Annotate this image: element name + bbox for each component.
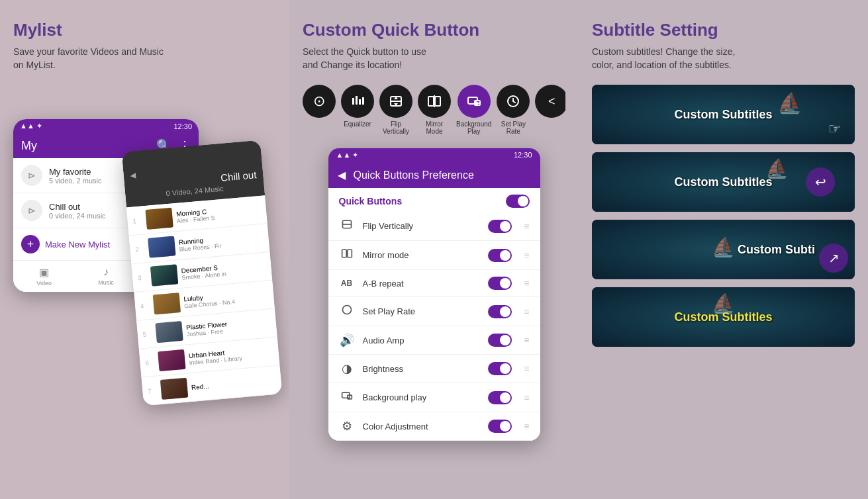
bgplay-row-label: Background play — [363, 392, 481, 402]
mylist-subtitle: Save your favorite Videos and Musicon My… — [13, 46, 276, 71]
svg-rect-1 — [356, 96, 358, 105]
status-time: 12:30 — [173, 122, 192, 130]
playrate-drag[interactable]: ≡ — [524, 306, 529, 317]
audioamp-row-icon: 🔊 — [339, 333, 355, 347]
subtitle-preview-1: ⛵ Custom Subtitles ☞ — [592, 85, 855, 144]
section-mylist: Mylist Save your favorite Videos and Mus… — [0, 0, 289, 499]
playrate-row-icon — [339, 304, 355, 319]
qb-row-playrate[interactable]: Set Play Rate ≡ — [328, 297, 540, 326]
abrepeat-toggle[interactable] — [488, 277, 512, 290]
subtitle-preview-3: ⛵ Custom Subti ↗ — [592, 220, 855, 279]
qb-subtitle: Select the Quick button to useand Change… — [303, 46, 565, 71]
abrepeat-row-label: A-B repeat — [363, 279, 481, 289]
playrate-toggle[interactable] — [488, 305, 512, 318]
arrow-circle-3: ↗ — [819, 244, 848, 273]
flip-toggle[interactable] — [488, 220, 512, 233]
coloradj-row-icon: ⚙ — [339, 419, 355, 433]
quick-icon-half: ⊙ — [303, 85, 336, 135]
boat-icon-1: ⛵ — [777, 91, 802, 114]
qb-header-title: Quick Buttons Preference — [354, 169, 474, 181]
qb-row-abrepeat[interactable]: AB A-B repeat ≡ — [328, 270, 540, 297]
preview-1-text: Custom Subtitles — [674, 108, 772, 122]
brightness-toggle[interactable] — [488, 362, 512, 375]
subtitle-desc: Custom subtitles! Change the size,color,… — [592, 46, 855, 71]
qb-row-bgplay[interactable]: Background play ≡ — [328, 383, 540, 412]
phone2-list: 1 Morning CAlex · Fallen S 2 RunningBlue… — [126, 195, 282, 406]
audioamp-drag[interactable]: ≡ — [524, 335, 529, 345]
mirror-row-icon — [339, 248, 355, 263]
flip-label: FlipVertically — [383, 120, 409, 135]
status-bar: ▲▲ ✦ 12:30 — [13, 119, 199, 133]
subtitle-title: Subtitle Setting — [592, 20, 855, 40]
brightness-row-icon: ◑ — [339, 361, 355, 376]
qb-body: Quick Buttons Flip Vertically ≡ Mirror m… — [328, 188, 540, 441]
nav-music[interactable]: ♪ Music — [75, 263, 136, 289]
phone-chill: ◀ Chill out 0 Video, 24 Music 1 Morning … — [122, 140, 283, 406]
svg-rect-0 — [352, 98, 354, 105]
mylist-title: Mylist — [13, 20, 276, 40]
arrow-circle-2: ↩ — [806, 167, 835, 197]
coloradj-row-label: Color Adjustment — [363, 422, 481, 431]
abrepeat-drag[interactable]: ≡ — [524, 278, 529, 289]
nav-music-label: Music — [98, 279, 114, 286]
mirror-label: Mirror Mode — [418, 120, 451, 135]
qb-row-audioamp[interactable]: 🔊 Audio Amp ≡ — [328, 326, 540, 355]
qb-section-label: Quick Buttons — [339, 196, 403, 206]
audioamp-row-label: Audio Amp — [363, 336, 481, 345]
quick-icon-mirror[interactable]: Mirror Mode — [418, 85, 451, 135]
quick-icon-bgplay[interactable]: BackgroundPlay — [456, 85, 491, 135]
network-icon: ▲▲ ✦ — [20, 122, 42, 130]
svg-rect-6 — [428, 97, 434, 106]
flip-row-icon — [339, 218, 355, 234]
half-icon: ⊙ — [313, 93, 325, 110]
equalizer-label: Equalizer — [344, 120, 371, 128]
quick-icon-playrate[interactable]: Set Play Rate — [497, 85, 530, 135]
mirror-drag[interactable]: ≡ — [524, 250, 529, 261]
playrate-label: Set Play Rate — [497, 120, 530, 135]
qb-row-coloradj[interactable]: ⚙ Color Adjustment ≡ — [328, 412, 540, 441]
qb-main-toggle[interactable] — [506, 195, 530, 208]
back-icon: < — [535, 85, 565, 118]
svg-marker-11 — [476, 102, 479, 105]
section-quick-button: Custom Quick Button Select the Quick but… — [289, 0, 579, 499]
brightness-drag[interactable]: ≡ — [524, 363, 529, 374]
flip-drag[interactable]: ≡ — [524, 221, 529, 232]
qb-row-mirror[interactable]: Mirror mode ≡ — [328, 241, 540, 270]
bgplay-toggle[interactable] — [488, 391, 512, 404]
coloradj-drag[interactable]: ≡ — [524, 421, 529, 431]
brightness-row-label: Brightness — [363, 364, 481, 374]
nav-video[interactable]: ▣ Video — [13, 263, 75, 289]
bgplay-drag[interactable]: ≡ — [524, 392, 529, 403]
svg-point-17 — [342, 306, 351, 314]
video-icon: ▣ — [39, 266, 49, 279]
mirror-icon — [418, 85, 451, 118]
phone-qb-mockup: ▲▲ ✦ 12:30 ◀ Quick Buttons Preference Qu… — [328, 148, 540, 441]
bgplay-icon — [458, 85, 491, 118]
flip-row-label: Flip Vertically — [363, 221, 481, 231]
quick-icon-flip[interactable]: FlipVertically — [379, 85, 412, 135]
audioamp-toggle[interactable] — [488, 334, 512, 347]
coloradj-toggle[interactable] — [488, 420, 512, 433]
mirror-toggle[interactable] — [488, 249, 512, 262]
make-new-label: Make New Mylist — [45, 240, 110, 250]
qb-row-brightness[interactable]: ◑ Brightness ≡ — [328, 355, 540, 383]
svg-rect-16 — [347, 250, 352, 257]
nav-video-label: Video — [36, 280, 52, 287]
qb-section-header: Quick Buttons — [328, 188, 540, 212]
quick-icon-equalizer[interactable]: Equalizer — [341, 85, 374, 135]
qb-back-btn[interactable]: ◀ — [338, 169, 346, 181]
svg-rect-7 — [435, 97, 440, 106]
qb-header: ◀ Quick Buttons Preference — [328, 162, 540, 188]
list-icon: ⊳ — [21, 165, 42, 186]
quick-icons-row: ⊙ Equalizer FlipVertically — [303, 85, 565, 135]
boat-icon-3: ⛵ — [712, 236, 735, 258]
section-subtitle: Subtitle Setting Custom subtitles! Chang… — [579, 0, 868, 499]
qb-row-flip[interactable]: Flip Vertically ≡ — [328, 212, 540, 241]
plus-icon: + — [21, 235, 40, 253]
quick-icon-back[interactable]: < — [535, 85, 565, 135]
header-title: My — [21, 139, 37, 153]
flip-icon — [379, 85, 412, 118]
cursor-icon-1: ☞ — [828, 120, 842, 138]
mirror-row-label: Mirror mode — [363, 250, 481, 260]
qb-status-icons: ▲▲ ✦ — [336, 151, 359, 159]
